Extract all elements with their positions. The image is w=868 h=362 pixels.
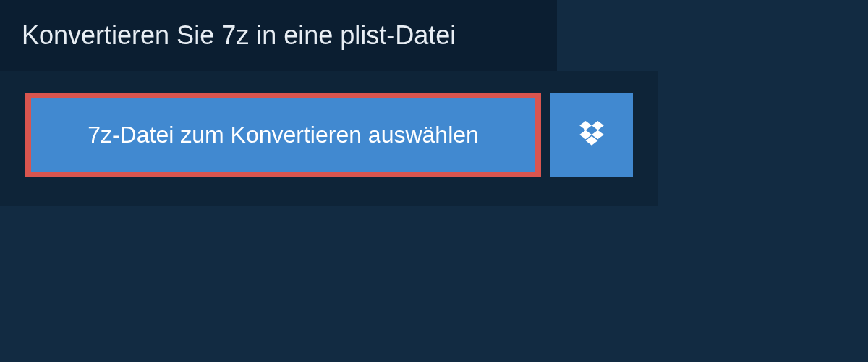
svg-marker-1 — [592, 121, 604, 130]
svg-marker-0 — [579, 121, 592, 130]
dropbox-icon — [576, 121, 607, 150]
select-file-label: 7z-Datei zum Konvertieren auswählen — [88, 122, 479, 148]
dropbox-button[interactable] — [550, 93, 633, 177]
content-panel: 7z-Datei zum Konvertieren auswählen — [0, 71, 658, 206]
select-file-button[interactable]: 7z-Datei zum Konvertieren auswählen — [25, 93, 541, 177]
page-title: Konvertieren Sie 7z in eine plist-Datei — [22, 20, 535, 51]
button-row: 7z-Datei zum Konvertieren auswählen — [25, 93, 633, 177]
header-bar: Konvertieren Sie 7z in eine plist-Datei — [0, 0, 557, 71]
